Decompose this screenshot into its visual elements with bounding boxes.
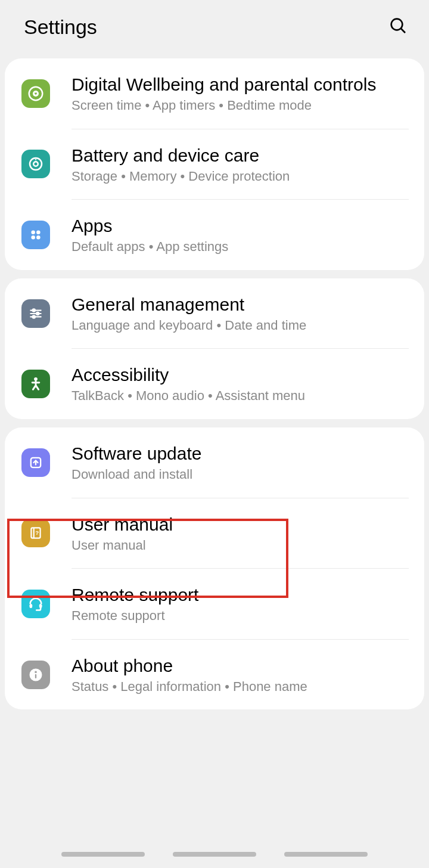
general-icon bbox=[21, 299, 50, 328]
item-subtitle: Language and keyboard • Date and time bbox=[72, 317, 409, 334]
item-subtitle: Status • Legal information • Phone name bbox=[72, 678, 409, 696]
item-title: Apps bbox=[72, 214, 409, 237]
svg-text:?: ? bbox=[35, 530, 39, 537]
item-title: User manual bbox=[72, 513, 409, 536]
item-content: About phone Status • Legal information •… bbox=[72, 654, 409, 696]
settings-item-manual[interactable]: ? User manual User manual bbox=[5, 498, 424, 569]
item-subtitle: User manual bbox=[72, 537, 409, 554]
about-icon bbox=[21, 661, 50, 689]
svg-point-15 bbox=[33, 315, 35, 318]
svg-point-8 bbox=[31, 235, 35, 240]
svg-rect-25 bbox=[35, 674, 36, 678]
item-title: Digital Wellbeing and parental controls bbox=[72, 73, 409, 96]
item-content: Accessibility TalkBack • Mono audio • As… bbox=[72, 363, 409, 405]
settings-group: Software update Download and install ? U… bbox=[5, 427, 424, 709]
item-content: Battery and device care Storage • Memory… bbox=[72, 144, 409, 185]
svg-point-24 bbox=[35, 671, 37, 673]
search-button[interactable] bbox=[388, 16, 408, 38]
settings-item-software[interactable]: Software update Download and install bbox=[5, 427, 424, 498]
search-icon bbox=[388, 16, 408, 35]
nav-back[interactable] bbox=[284, 852, 368, 857]
item-subtitle: Remote support bbox=[72, 607, 409, 625]
manual-icon: ? bbox=[21, 519, 50, 547]
page-title: Settings bbox=[24, 16, 97, 39]
nav-bar bbox=[0, 847, 429, 868]
item-subtitle: Storage • Memory • Device protection bbox=[72, 168, 409, 185]
svg-point-11 bbox=[33, 309, 35, 311]
item-content: Remote support Remote support bbox=[72, 583, 409, 625]
item-title: Software update bbox=[72, 442, 409, 465]
item-content: Apps Default apps • App settings bbox=[72, 214, 409, 256]
svg-line-1 bbox=[401, 29, 405, 33]
svg-point-5 bbox=[33, 162, 38, 167]
svg-point-9 bbox=[36, 235, 41, 240]
battery-icon bbox=[21, 150, 50, 178]
item-title: About phone bbox=[72, 654, 409, 677]
item-subtitle: Default apps • App settings bbox=[72, 238, 409, 256]
settings-group: Digital Wellbeing and parental controls … bbox=[5, 58, 424, 270]
item-title: Battery and device care bbox=[72, 144, 409, 167]
item-title: General management bbox=[72, 293, 409, 316]
svg-point-7 bbox=[36, 230, 41, 234]
settings-item-remote[interactable]: Remote support Remote support bbox=[5, 569, 424, 639]
item-content: Digital Wellbeing and parental controls … bbox=[72, 73, 409, 114]
item-subtitle: TalkBack • Mono audio • Assistant menu bbox=[72, 388, 409, 405]
wellbeing-icon bbox=[21, 79, 50, 108]
item-subtitle: Download and install bbox=[72, 466, 409, 483]
settings-header: Settings bbox=[0, 0, 429, 54]
svg-point-0 bbox=[391, 19, 403, 30]
accessibility-icon bbox=[21, 370, 50, 398]
settings-group: General management Language and keyboard… bbox=[5, 278, 424, 419]
nav-recent[interactable] bbox=[61, 852, 145, 857]
item-title: Remote support bbox=[72, 583, 409, 606]
item-subtitle: Screen time • App timers • Bedtime mode bbox=[72, 97, 409, 114]
nav-home[interactable] bbox=[173, 852, 256, 857]
software-icon bbox=[21, 448, 50, 477]
settings-item-general[interactable]: General management Language and keyboard… bbox=[5, 278, 424, 349]
settings-item-accessibility[interactable]: Accessibility TalkBack • Mono audio • As… bbox=[5, 349, 424, 419]
svg-point-6 bbox=[31, 230, 35, 234]
item-title: Accessibility bbox=[72, 363, 409, 386]
settings-item-battery[interactable]: Battery and device care Storage • Memory… bbox=[5, 129, 424, 200]
settings-item-about[interactable]: About phone Status • Legal information •… bbox=[5, 640, 424, 710]
svg-point-13 bbox=[36, 312, 39, 314]
item-content: User manual User manual bbox=[72, 513, 409, 554]
item-content: Software update Download and install bbox=[72, 442, 409, 483]
svg-rect-21 bbox=[30, 604, 33, 608]
remote-icon bbox=[21, 590, 50, 618]
settings-item-apps[interactable]: Apps Default apps • App settings bbox=[5, 200, 424, 270]
settings-item-wellbeing[interactable]: Digital Wellbeing and parental controls … bbox=[5, 58, 424, 129]
apps-icon bbox=[21, 221, 50, 249]
item-content: General management Language and keyboard… bbox=[72, 293, 409, 334]
